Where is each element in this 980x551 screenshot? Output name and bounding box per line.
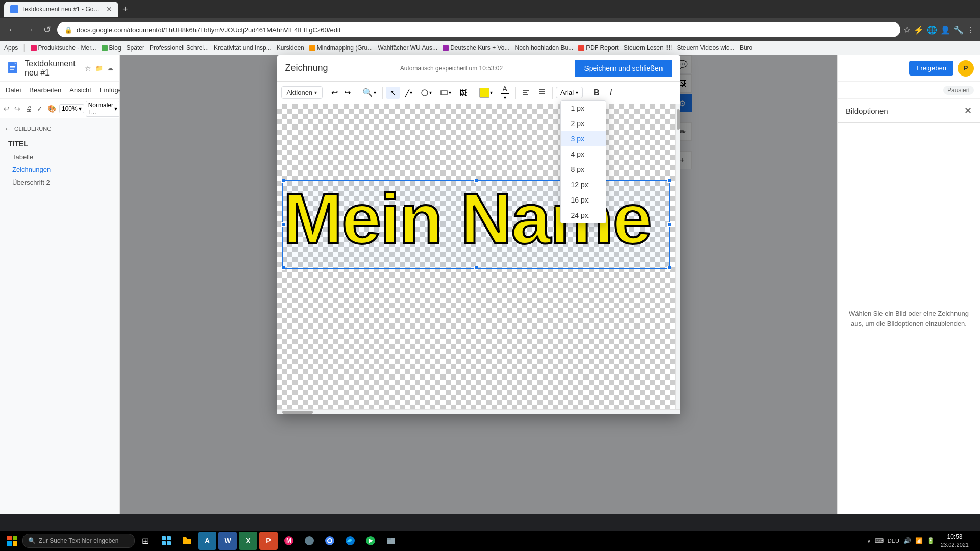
taskbar-app-explorer[interactable] (157, 532, 176, 550)
taskbar-app-chrome[interactable] (321, 532, 339, 550)
image-tool-button[interactable]: 🖼 (456, 87, 470, 99)
taskbar-app-files2[interactable] (382, 532, 400, 550)
bookmark-2[interactable]: Blog (102, 44, 121, 52)
extension-icon[interactable]: ⚡ (914, 25, 924, 35)
zoom-selector[interactable]: 100% ▾ (59, 104, 84, 113)
profile-icon[interactable]: 👤 (940, 25, 950, 35)
px-option-8[interactable]: 8 px (561, 162, 606, 177)
spellcheck-icon[interactable]: ✓ (35, 103, 44, 114)
bookmark-10[interactable]: Noch hochladen Bu... (515, 44, 574, 52)
refresh-button[interactable]: ↺ (40, 22, 54, 37)
bookmark-1[interactable]: Produktsuche - Mer... (31, 44, 96, 52)
tab-close-icon[interactable]: ✕ (106, 5, 112, 13)
more-icon[interactable]: ⋮ (967, 25, 975, 35)
start-button[interactable] (3, 532, 21, 550)
active-tab[interactable]: Textdokument neu #1 - Google ... ✕ (4, 2, 118, 17)
handle-bl[interactable] (281, 266, 285, 270)
taskbar-keyboard-icon[interactable]: ⌨ (875, 537, 884, 544)
textbox-tool-button[interactable]: ▾ (437, 87, 454, 99)
px-option-2[interactable]: 2 px (561, 116, 606, 131)
share-button[interactable]: Freigeben (909, 61, 953, 76)
px-option-24[interactable]: 24 px (561, 208, 606, 223)
taskbar-show-desktop[interactable] (975, 532, 977, 550)
taskbar-app-anki[interactable]: A (198, 532, 216, 550)
text-options-button[interactable] (535, 86, 549, 99)
extension2-icon[interactable]: 🔧 (953, 25, 964, 35)
new-tab-button[interactable]: + (120, 2, 130, 17)
url-bar[interactable]: 🔒 docs.google.com/document/d/1hUH8k6h7Lb… (57, 22, 900, 37)
taskbar-view-icon[interactable]: ⊞ (136, 532, 154, 550)
docs-app-icon[interactable] (6, 59, 20, 78)
px-option-1[interactable]: 1 px (561, 101, 606, 116)
doc-app-title[interactable]: Textdokument neu #1 (24, 59, 81, 78)
canvas-scrollbar[interactable] (277, 409, 680, 414)
taskbar-clock[interactable]: 10:53 23.02.2021 (939, 533, 971, 548)
print-icon[interactable]: 🖨 (23, 103, 34, 114)
canvas-right-scroll-handle[interactable] (675, 104, 680, 409)
bookmark-7[interactable]: Mindmapping (Gru... (309, 44, 373, 52)
taskbar-battery-icon[interactable]: 🔋 (927, 537, 935, 544)
bookmark-4[interactable]: Professionell Schrei... (150, 44, 209, 52)
cloud-saved-icon[interactable]: ☁ (107, 65, 113, 72)
paint-icon[interactable]: 🎨 (46, 103, 58, 114)
handle-br[interactable] (667, 266, 671, 270)
outline-item-title[interactable]: TITEL (4, 138, 115, 150)
handle-mr[interactable] (667, 222, 671, 227)
bildoptionen-close-icon[interactable]: ✕ (964, 105, 972, 116)
taskbar-app-6[interactable] (300, 532, 318, 550)
style-selector[interactable]: Normaler T... ▾ (86, 101, 119, 117)
outline-item-zeichnungen[interactable]: Zeichnungen (4, 164, 115, 176)
drawing-redo-button[interactable]: ↪ (342, 86, 353, 99)
bold-button[interactable]: B (590, 86, 604, 99)
italic-button[interactable]: I (606, 86, 616, 99)
bookmark-apps[interactable]: Apps (4, 44, 18, 52)
font-selector[interactable]: Arial ▾ (556, 87, 583, 98)
scrollbar-thumb[interactable] (282, 411, 313, 414)
align-left-button[interactable] (519, 86, 533, 99)
handle-bm[interactable] (474, 266, 478, 270)
aktionen-button[interactable]: Aktionen ▾ (281, 86, 323, 99)
taskbar-app-5[interactable]: M (280, 532, 298, 550)
taskbar-lang[interactable]: DEU (888, 538, 899, 544)
select-tool-button[interactable]: ↖ (386, 87, 400, 99)
drawing-undo-button[interactable]: ↩ (329, 86, 340, 99)
redo-icon[interactable]: ↪ (13, 103, 22, 114)
taskbar-system-tray[interactable]: ∧ (867, 538, 871, 544)
bookmark-star-icon[interactable]: ☆ (903, 25, 911, 35)
bookmark-6[interactable]: Kursideen (277, 44, 304, 52)
drawing-save-button[interactable]: Speichern und schließen (575, 60, 672, 77)
px-option-4[interactable]: 4 px (561, 146, 606, 162)
bookmark-13[interactable]: Steuern Videos wic... (677, 44, 734, 52)
bookmark-11[interactable]: PDF Report (578, 44, 618, 52)
forward-button[interactable]: → (22, 22, 37, 37)
bookmark-12[interactable]: Steuern Lesen !!!! (624, 44, 672, 52)
bookmark-14[interactable]: Büro (740, 44, 752, 52)
bookmark-8[interactable]: Wahlfächer WU Aus... (378, 44, 437, 52)
zoom-button[interactable]: 🔍▾ (359, 86, 379, 99)
right-scroll-thumb[interactable] (677, 109, 680, 130)
fill-color-button[interactable]: ▾ (476, 86, 496, 100)
outline-item-ueberschrift[interactable]: Überschrift 2 (4, 177, 115, 188)
px-option-16[interactable]: 16 px (561, 192, 606, 208)
line-tool-button[interactable]: ╱▾ (402, 87, 415, 99)
border-color-button[interactable]: A ▾ (498, 83, 512, 103)
taskbar-app-edge[interactable] (341, 532, 359, 550)
taskbar-app-powerpoint[interactable]: P (259, 532, 278, 550)
taskbar-app-excel[interactable]: X (239, 532, 257, 550)
taskbar-app-word[interactable]: W (218, 532, 237, 550)
menu-ansicht[interactable]: Ansicht (66, 85, 95, 95)
drawing-canvas[interactable]: Mein Name (277, 104, 680, 409)
back-button[interactable]: ← (5, 22, 19, 37)
menu-datei[interactable]: Datei (2, 85, 24, 95)
star-icon[interactable]: ☆ (85, 64, 91, 72)
taskbar-search[interactable]: 🔍 Zur Suche Text hier eingeben (22, 534, 135, 548)
shape-tool-button[interactable]: ▾ (418, 87, 435, 99)
taskbar-app-music[interactable] (361, 532, 380, 550)
taskbar-volume-icon[interactable]: 🔊 (903, 537, 911, 544)
outline-back-icon[interactable]: ← (4, 124, 11, 133)
taskbar-network-icon[interactable]: 📶 (915, 537, 923, 544)
profile-avatar[interactable]: P (958, 60, 974, 77)
bookmark-5[interactable]: Kreativität und Insp... (214, 44, 272, 52)
bookmark-9[interactable]: Deutsche Kurs + Vo... (443, 44, 509, 52)
outline-item-tabelle[interactable]: Tabelle (4, 151, 115, 163)
